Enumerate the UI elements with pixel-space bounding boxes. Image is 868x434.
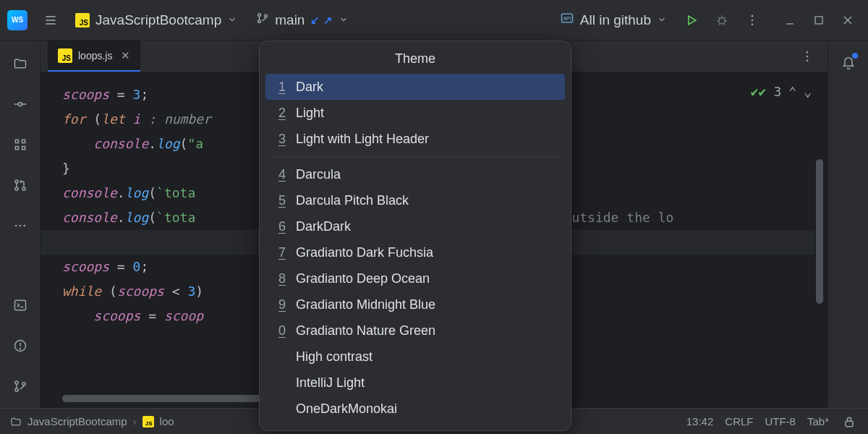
svg-rect-29 <box>22 140 25 142</box>
theme-shortcut-number: 9 <box>276 297 286 312</box>
theme-shortcut-number: 6 <box>276 219 286 234</box>
svg-rect-37 <box>14 300 25 310</box>
chevron-down-icon <box>339 12 349 28</box>
theme-option[interactable]: 4Darcula <box>265 161 565 187</box>
project-selector[interactable]: JS JavaScriptBootcamp <box>68 7 244 33</box>
svg-point-9 <box>719 17 725 23</box>
chevron-up-icon[interactable]: ⌃ <box>788 80 796 104</box>
svg-point-4 <box>258 20 261 23</box>
theme-label: Gradianto Nature Green <box>296 323 435 339</box>
file-encoding[interactable]: UTF-8 <box>765 415 796 427</box>
notifications-button[interactable] <box>835 51 861 77</box>
line-separator[interactable]: CRLF <box>725 415 753 427</box>
theme-option[interactable]: 3Light with Light Header <box>265 126 565 152</box>
theme-label: Light <box>296 106 324 121</box>
svg-line-15 <box>719 23 720 25</box>
structure-tool-button[interactable] <box>7 132 33 158</box>
theme-option[interactable]: 1Dark <box>265 74 565 100</box>
svg-point-18 <box>752 19 754 21</box>
run-config-name: All in github <box>580 12 651 28</box>
more-tools-button[interactable] <box>7 213 33 239</box>
theme-option[interactable]: 0Gradianto Nature Green <box>265 318 565 344</box>
theme-label: High contrast <box>296 349 373 365</box>
project-name: JavaScriptBootcamp <box>95 12 221 28</box>
js-icon: JS <box>142 416 154 427</box>
tab-options-button[interactable] <box>794 43 820 69</box>
theme-option[interactable]: IntelliJ Light <box>265 370 565 396</box>
vertical-scrollbar[interactable] <box>816 159 823 304</box>
theme-option[interactable]: 6DarkDark <box>265 213 565 239</box>
cursor-position[interactable]: 13:42 <box>686 415 714 427</box>
breadcrumb-file: loo <box>160 415 174 427</box>
theme-option[interactable]: 5Darcula Pitch Black <box>265 187 565 213</box>
theme-option[interactable]: High contrast <box>265 344 565 370</box>
minimize-button[interactable] <box>777 7 803 33</box>
svg-point-19 <box>752 23 754 25</box>
theme-shortcut-number: 2 <box>276 106 286 121</box>
problems-tool-button[interactable] <box>7 333 33 359</box>
close-button[interactable] <box>835 7 861 33</box>
terminal-tool-button[interactable] <box>7 292 33 318</box>
vcs-tool-button[interactable] <box>7 373 33 399</box>
theme-label: Gradianto Midnight Blue <box>296 297 435 312</box>
svg-rect-27 <box>15 140 18 142</box>
run-config-selector[interactable]: API All in github <box>553 7 674 33</box>
svg-point-32 <box>14 187 17 190</box>
theme-option[interactable]: 8Gradianto Deep Ocean <box>265 265 565 292</box>
svg-point-42 <box>14 381 17 384</box>
svg-point-5 <box>265 14 268 17</box>
maximize-button[interactable] <box>806 7 832 33</box>
svg-point-36 <box>23 225 25 227</box>
svg-point-46 <box>807 55 809 57</box>
chevron-down-icon[interactable]: ⌄ <box>804 80 812 104</box>
inspection-count: 3 <box>773 80 781 104</box>
vcs-branch-selector[interactable]: main ↙ ↗ <box>249 7 355 33</box>
theme-shortcut-number: 4 <box>276 167 286 182</box>
vcs-update-icon[interactable]: ↙ ↗ <box>310 14 332 27</box>
svg-line-16 <box>724 23 726 25</box>
theme-option[interactable]: 9Gradianto Midnight Blue <box>265 292 565 318</box>
theme-label: Gradianto Dark Fuchsia <box>296 245 433 260</box>
editor-tab[interactable]: JS loops.js ✕ <box>48 41 140 72</box>
checkmark-icon: ✔✔ <box>751 80 767 104</box>
svg-text:API: API <box>563 16 571 21</box>
titlebar: WS JS JavaScriptBootcamp main ↙ ↗ API Al… <box>0 0 868 41</box>
pull-requests-tool-button[interactable] <box>7 172 33 198</box>
http-client-icon: API <box>560 11 574 29</box>
close-tab-icon[interactable]: ✕ <box>121 49 130 62</box>
folder-icon <box>10 416 22 427</box>
more-actions-button[interactable] <box>739 7 765 33</box>
run-button[interactable] <box>678 7 705 33</box>
theme-label: IntelliJ Light <box>296 375 365 391</box>
commit-tool-button[interactable] <box>7 91 33 117</box>
breadcrumb[interactable]: JavaScriptBootcamp › JS loo <box>10 415 174 427</box>
svg-point-24 <box>18 103 22 106</box>
theme-shortcut-number: 3 <box>276 132 286 147</box>
theme-shortcut-number: 8 <box>276 271 286 286</box>
theme-label: Gradianto Deep Ocean <box>296 271 430 286</box>
theme-option[interactable]: OneDarkMonokai <box>265 396 565 422</box>
svg-point-31 <box>14 180 17 183</box>
svg-point-34 <box>14 225 17 227</box>
debug-button[interactable] <box>709 7 735 33</box>
branch-name: main <box>275 12 305 28</box>
theme-option[interactable]: 2Light <box>265 100 565 126</box>
main-menu-button[interactable] <box>38 7 64 33</box>
theme-shortcut-number: 7 <box>276 245 286 260</box>
app-icon: WS <box>7 10 27 30</box>
svg-rect-28 <box>15 147 18 150</box>
chevron-down-icon <box>657 12 667 28</box>
theme-shortcut-number: 1 <box>276 80 286 95</box>
theme-list: 1Dark2Light3Light with Light Header4Darc… <box>260 74 571 427</box>
svg-point-44 <box>22 383 25 386</box>
lock-icon[interactable] <box>841 413 858 430</box>
svg-marker-8 <box>689 16 696 25</box>
project-tool-button[interactable] <box>7 51 33 77</box>
theme-shortcut-number: 5 <box>276 193 286 208</box>
inspection-widget[interactable]: ✔✔ 3 ⌃ ⌄ <box>751 80 812 104</box>
svg-point-43 <box>14 388 17 391</box>
svg-rect-48 <box>846 421 853 427</box>
indent-settings[interactable]: Tab* <box>807 415 829 427</box>
popup-divider <box>268 156 562 157</box>
theme-option[interactable]: 7Gradianto Dark Fuchsia <box>265 239 565 265</box>
